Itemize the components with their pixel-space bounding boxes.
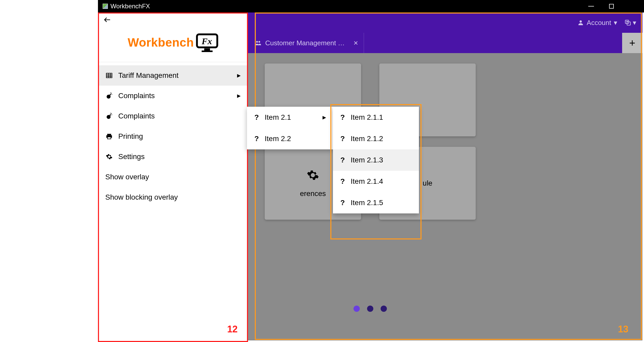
submenu-level-2: ? Item 2.1.1 ? Item 2.1.2 ? Item 2.1.3 ?… xyxy=(333,107,419,213)
account-menu[interactable]: Account ▾ xyxy=(577,19,617,27)
tile-label: ule xyxy=(423,179,432,187)
svg-rect-9 xyxy=(202,50,213,52)
submenu-item[interactable]: ? Item 2.2 xyxy=(247,128,333,149)
chevron-right-icon: ▶ xyxy=(323,115,326,120)
gear-icon xyxy=(307,169,319,184)
nav-label: Complaints xyxy=(118,92,155,100)
nav-label: Settings xyxy=(118,153,145,161)
question-icon: ? xyxy=(340,113,345,122)
svg-point-18 xyxy=(107,115,110,119)
page-dot[interactable] xyxy=(354,306,360,312)
submenu-label: Item 2.2 xyxy=(265,135,291,143)
submenu-item[interactable]: ? Item 2.1.2 xyxy=(333,128,419,149)
chevron-down-icon: ▾ xyxy=(633,19,636,27)
nav-list: Tariff Management ▶ Complaints ▶ Complai… xyxy=(99,62,247,207)
submenu-label: Item 2.1.4 xyxy=(351,177,383,186)
submenu-label: Item 2.1.5 xyxy=(351,199,383,207)
logo-text: Workbench xyxy=(128,35,194,49)
question-icon: ? xyxy=(340,135,345,143)
close-button[interactable] xyxy=(628,2,636,10)
minimize-button[interactable] xyxy=(587,2,595,10)
nav-label: Tariff Management xyxy=(118,71,178,80)
submenu-item[interactable]: ? Item 2.1 ▶ xyxy=(247,107,333,128)
page-dot[interactable] xyxy=(381,306,387,312)
svg-point-5 xyxy=(256,41,258,43)
page-dot[interactable] xyxy=(367,306,373,312)
nav-item-complaints[interactable]: Complaints xyxy=(99,106,247,126)
bomb-icon xyxy=(105,92,113,99)
user-icon xyxy=(577,19,584,26)
nav-label: Show blocking overlay xyxy=(105,193,178,201)
svg-point-2 xyxy=(580,20,582,23)
submenu-level-1: ? Item 2.1 ▶ ? Item 2.2 xyxy=(247,107,333,149)
tile-label: erences xyxy=(300,189,326,198)
navigation-drawer: Workbench Fx Tariff Management xyxy=(99,14,247,341)
chevron-right-icon: ▶ xyxy=(237,93,241,99)
add-tab-button[interactable]: + xyxy=(622,33,642,53)
svg-point-6 xyxy=(258,41,260,43)
window-title: WorkbenchFX xyxy=(110,3,150,10)
nav-item-show-blocking-overlay[interactable]: Show blocking overlay xyxy=(99,187,247,207)
titlebar: WorkbenchFX xyxy=(98,0,644,12)
translate-icon xyxy=(624,19,631,26)
window-frame: WorkbenchFX Account ▾ ▾ xyxy=(98,0,644,342)
tab-label: Customer Management … xyxy=(265,39,345,47)
nav-item-settings[interactable]: Settings xyxy=(99,147,247,167)
submenu-label: Item 2.1.1 xyxy=(351,113,383,122)
back-button[interactable] xyxy=(101,15,114,27)
bomb-icon xyxy=(105,113,113,119)
nav-label: Show overlay xyxy=(105,173,149,181)
svg-rect-8 xyxy=(204,48,210,50)
svg-line-0 xyxy=(629,4,634,9)
svg-line-1 xyxy=(629,4,634,9)
maximize-button[interactable] xyxy=(608,2,615,10)
submenu-label: Item 2.1.3 xyxy=(351,156,383,164)
svg-rect-22 xyxy=(108,137,111,139)
svg-rect-11 xyxy=(106,73,112,78)
users-icon xyxy=(255,40,262,46)
svg-text:Fx: Fx xyxy=(201,36,212,46)
chevron-right-icon: ▶ xyxy=(237,73,241,78)
submenu-item[interactable]: ? Item 2.1.4 xyxy=(333,171,419,192)
submenu-item[interactable]: ? Item 2.1.5 xyxy=(333,192,419,213)
arrow-left-icon xyxy=(103,16,112,24)
question-icon: ? xyxy=(340,199,345,207)
printer-icon xyxy=(105,133,113,140)
tab-customer-management[interactable]: Customer Management … × xyxy=(249,33,364,53)
question-icon: ? xyxy=(254,135,259,143)
question-icon: ? xyxy=(340,177,345,186)
language-menu[interactable]: ▾ xyxy=(624,19,636,27)
nav-item-show-overlay[interactable]: Show overlay xyxy=(99,167,247,187)
nav-item-printing[interactable]: Printing xyxy=(99,126,247,147)
submenu-item[interactable]: ? Item 2.1.1 xyxy=(333,107,419,128)
nav-label: Printing xyxy=(118,132,143,141)
grid-icon xyxy=(105,72,113,79)
question-icon: ? xyxy=(254,113,259,122)
question-icon: ? xyxy=(340,156,345,164)
svg-rect-20 xyxy=(107,134,111,135)
submenu-label: Item 2.1.2 xyxy=(351,135,383,143)
chevron-down-icon: ▾ xyxy=(614,19,617,27)
svg-point-16 xyxy=(107,95,110,99)
app-icon xyxy=(103,4,108,9)
logo: Workbench Fx xyxy=(99,28,247,62)
nav-item-tariff-management[interactable]: Tariff Management ▶ xyxy=(99,65,247,86)
close-icon[interactable]: × xyxy=(354,39,358,47)
account-label: Account xyxy=(587,19,611,27)
submenu-item[interactable]: ? Item 2.1.3 xyxy=(333,149,419,171)
monitor-icon: Fx xyxy=(196,33,218,52)
gear-icon xyxy=(105,153,113,160)
nav-item-complaints[interactable]: Complaints ▶ xyxy=(99,86,247,106)
nav-label: Complaints xyxy=(118,112,155,120)
submenu-label: Item 2.1 xyxy=(265,113,291,122)
